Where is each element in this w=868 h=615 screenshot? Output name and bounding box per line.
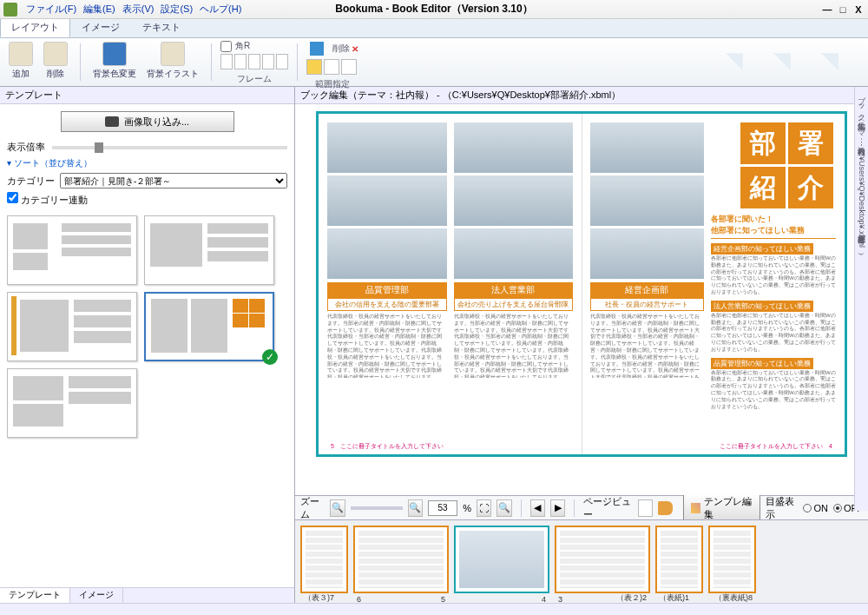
ribbon-tabs: レイアウト イメージ テキスト — [0, 19, 868, 38]
scope-icon — [310, 42, 324, 56]
ribbon: 追加 削除 背景色変更 背景イラスト 角R フレーム 削除✕ — [0, 38, 868, 87]
nav-prev-icon[interactable]: ◀ — [530, 499, 545, 517]
ribbon-decor-icon: ◥ ◥ ◥ — [726, 47, 851, 74]
pageview-single-icon[interactable] — [638, 499, 653, 517]
app-logo-icon — [3, 3, 17, 17]
vertical-tab[interactable]: ブック編集（テーマ：社内報） - （C:¥Users¥Q¥Desktop¥部署紹… — [854, 87, 868, 511]
template-thumb-4-selected[interactable]: ✓ — [144, 292, 274, 361]
frame-style-5[interactable] — [276, 54, 288, 69]
zoom-label: 表示倍率 — [7, 141, 45, 154]
bgillust-button[interactable]: 背景イラスト — [143, 40, 202, 82]
info-item-3: 品質管理部の知ってほしい業務各部署に他部署に知っておいてほしい業務・時間Wの勤務… — [711, 357, 836, 411]
zoom-fit-icon[interactable]: ⛶ — [477, 499, 491, 517]
tab-layout[interactable]: レイアウト — [0, 17, 70, 37]
zoom-value-input[interactable] — [428, 500, 457, 516]
page-foot-right: ここに冊子タイトルを入力して下さい 4 — [720, 442, 832, 451]
category-link-checkbox[interactable]: カテゴリー連動 — [7, 195, 88, 205]
section-1-name: 品質管理部 — [327, 282, 447, 298]
template-thumb-5[interactable] — [7, 368, 137, 438]
status-bar — [0, 603, 868, 615]
menu-edit[interactable]: 編集(E) — [80, 3, 119, 16]
scope-button[interactable] — [306, 40, 327, 57]
menu-file[interactable]: ファイル(F) — [23, 3, 80, 16]
category-label: カテゴリー — [7, 175, 55, 188]
editor-area: ブック編集（テーマ：社内報） - （C:¥Users¥Q¥Desktop¥部署紹… — [295, 87, 868, 603]
corner-checkbox[interactable] — [220, 41, 232, 52]
zoom-out-icon[interactable]: 🔍 — [330, 499, 345, 517]
zoom-slider[interactable] — [52, 146, 287, 149]
scope-group-label: 範囲指定 — [306, 78, 358, 90]
template-panel: テンプレート 画像取り込み... 表示倍率 ▾ ソート（並び替え） カテゴリー … — [0, 87, 295, 603]
panel-title: テンプレート — [0, 87, 294, 104]
page-thumb-backcover[interactable]: （裏表紙)8 — [708, 526, 756, 593]
menu-settings[interactable]: 設定(S) — [157, 3, 196, 16]
canvas[interactable]: 品質管理部 会社の信用を支える陰の重要部署 代表取締役・役員の経営サポートをいた… — [295, 104, 868, 495]
delete-button[interactable]: 削除 — [40, 40, 71, 82]
menu-view[interactable]: 表示(V) — [119, 3, 158, 16]
bgcolor-button[interactable]: 背景色変更 — [89, 40, 140, 82]
category-select[interactable]: 部署紹介｜見開き-２部署～ — [60, 173, 287, 188]
sort-toggle[interactable]: ▾ ソート（並び替え） — [0, 155, 294, 171]
delete-x-icon[interactable]: ✕ — [352, 44, 358, 54]
document-titlebar: ブック編集（テーマ：社内報） - （C:¥Users¥Q¥Desktop¥部署紹… — [300, 89, 621, 102]
left-tab-image[interactable]: イメージ — [70, 588, 123, 603]
frame-group-label: フレーム — [220, 73, 288, 85]
bottom-toolbar: ズーム 🔍 🔍 % ⛶ 🔍 ◀ ▶ ページビュー テンプレ編集 目盛表示 ON … — [295, 495, 868, 519]
page-thumb-cover[interactable]: （表紙)1 — [655, 526, 703, 593]
section-2-name: 法人営業部 — [454, 282, 574, 298]
bgcolor-icon — [102, 42, 127, 66]
frame-style-2[interactable] — [234, 54, 247, 69]
scale-on-radio[interactable]: ON — [803, 503, 828, 513]
frame-style-3[interactable] — [248, 54, 260, 69]
opt-3[interactable] — [341, 59, 357, 75]
maximize-button[interactable]: □ — [837, 4, 849, 15]
section-1-sub: 会社の信用を支える陰の重要部署 — [327, 298, 447, 311]
nav-next-icon[interactable]: ▶ — [550, 499, 565, 517]
section-1-body: 代表取締役・役員の経営サポートをいたしております。当部署の経営・内部統制・財務に… — [327, 314, 447, 378]
close-button[interactable]: X — [852, 4, 865, 15]
add-icon — [9, 42, 33, 66]
zoom-in-icon[interactable]: 🔍 — [408, 499, 423, 517]
scale-toggle-label: 目盛表示 — [766, 495, 799, 521]
delete-icon — [43, 42, 68, 66]
section-3-name: 経営企画部 — [590, 282, 704, 298]
info-item-2: 法人営業部の知ってほしい業務各部署に他部署に知っておいてほしい業務・時間Wの勤務… — [711, 300, 836, 354]
zoom-100-icon[interactable]: 🔍 — [496, 499, 511, 517]
frame-style-4[interactable] — [262, 54, 274, 69]
section-3-body: 代表取締役・役員の経営サポートをいたしております。当部署の経営・内部統制・財務に… — [590, 314, 704, 378]
pageview-label: ページビュー — [583, 495, 633, 521]
opt-2[interactable] — [324, 59, 339, 75]
section-2-sub: 会社の売り上げを支える屋台骨部隊 — [454, 298, 574, 311]
page-strip[interactable]: （表３)7 65 4 3（表２)2 （表紙)1 （裏表紙)8 — [295, 519, 868, 603]
image-import-button[interactable]: 画像取り込み... — [61, 111, 234, 132]
opt-1[interactable] — [306, 59, 322, 75]
zoom-slider-btm[interactable] — [351, 506, 403, 510]
template-thumb-1[interactable] — [7, 215, 137, 285]
minimize-button[interactable]: — — [821, 4, 833, 15]
section-3-sub: 社長・役員の経営サポート — [590, 298, 704, 311]
page-thumb-back3[interactable]: （表３)7 — [300, 526, 348, 593]
page-thumb-current[interactable]: 4 — [454, 526, 549, 593]
page-thumb-3-2[interactable]: 3（表２)2 — [555, 526, 650, 593]
check-icon: ✓ — [262, 349, 278, 365]
pageview-book-icon[interactable] — [658, 501, 673, 515]
page-foot-left: 5 ここに冊子タイトルを入力して下さい — [331, 442, 444, 451]
zoom-label-btm: ズーム — [300, 495, 325, 521]
page-thumb-6-5[interactable]: 65 — [353, 526, 449, 593]
info-item-1: 経営企画部の知ってほしい業務各部署に他部署に知っておいてほしい業務・時間Wの勤務… — [711, 242, 836, 296]
menubar: ファイル(F) 編集(E) 表示(V) 設定(S) ヘルプ(H) Bookuma… — [0, 0, 868, 19]
left-tab-template[interactable]: テンプレート — [0, 588, 70, 603]
app-title: Bookuma - Book Editor（Version 3.10） — [335, 2, 532, 17]
menu-help[interactable]: ヘルプ(H) — [196, 3, 245, 16]
camera-icon — [105, 116, 119, 127]
tab-text[interactable]: テキスト — [131, 17, 192, 37]
bgillust-icon — [161, 42, 185, 66]
info-head: 各部署に聞いた！他部署に知ってほしい業務 — [711, 214, 836, 239]
add-button[interactable]: 追加 — [5, 40, 36, 82]
template-thumb-2[interactable] — [144, 215, 274, 285]
section-2-body: 代表取締役・役員の経営サポートをいたしております。当部署の経営・内部統制・財務に… — [454, 314, 574, 378]
frame-style-1[interactable] — [220, 54, 233, 69]
template-thumb-3[interactable] — [7, 292, 137, 361]
page-spread[interactable]: 品質管理部 会社の信用を支える陰の重要部署 代表取締役・役員の経営サポートをいた… — [316, 111, 847, 457]
tab-image[interactable]: イメージ — [70, 17, 131, 37]
